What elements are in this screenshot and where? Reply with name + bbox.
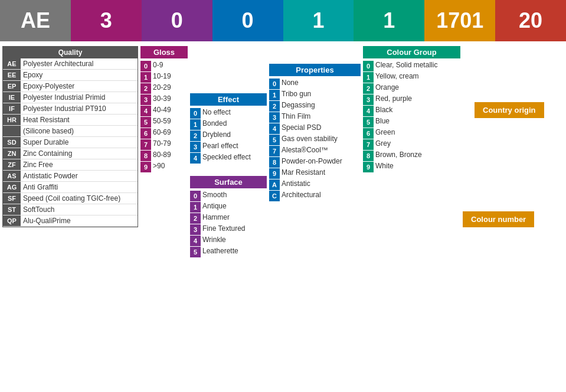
quality-row: (Silicone based) — [3, 126, 138, 137]
properties-header: Properties — [269, 64, 361, 76]
colour-group-row: 1 Yellow, cream — [363, 72, 460, 83]
header-segment: 1 — [354, 0, 424, 41]
surface-row: 0 Smooth — [190, 191, 267, 201]
quality-row: IF Polyester Industrial PT910 — [3, 103, 138, 115]
gloss-label: 70-79 — [153, 139, 171, 149]
quality-table: Quality AE Polyester Architectural EE Ep… — [2, 46, 138, 227]
gloss-num: 0 — [140, 61, 151, 71]
surface-label: Antique — [202, 202, 227, 211]
colour-group-num: 4 — [363, 106, 374, 116]
header-segment: 1701 — [424, 0, 495, 41]
colour-group-row: 5 Blue — [363, 117, 460, 128]
properties-row: 4 Special PSD — [269, 123, 361, 134]
gloss-row: 8 80-89 — [140, 151, 188, 161]
colour-group-num: 1 — [363, 72, 374, 83]
right-section: Colour number Country origin — [463, 46, 564, 392]
quality-desc: Polyester Industrial PT910 — [21, 103, 138, 114]
quality-code: HR — [3, 115, 21, 125]
effect-num: 3 — [190, 142, 201, 152]
header-segment: 0 — [212, 0, 283, 41]
header-segment: 0 — [142, 0, 212, 41]
quality-desc: Antistatic Powder — [21, 171, 138, 181]
properties-label: Thin Film — [282, 112, 310, 122]
quality-row: ZF Zinc Free — [3, 159, 138, 171]
properties-section: Properties 0 None 1 Tribo gun 2 Degassin… — [269, 46, 361, 392]
colour-group-num: 3 — [363, 94, 374, 105]
quality-code: SF — [3, 193, 21, 204]
colour-group-row: 0 Clear, Solid metallic — [363, 61, 460, 71]
colour-group-label: Brown, Bronze — [375, 151, 422, 160]
surface-num: 5 — [190, 247, 201, 257]
surface-num: 0 — [190, 191, 201, 201]
effect-num: 0 — [190, 108, 201, 119]
gloss-row: 9 >90 — [140, 162, 188, 172]
surface-row: 4 Wrinkle — [190, 236, 267, 246]
colour-group-label: Yellow, cream — [375, 72, 419, 81]
quality-code: ZN — [3, 148, 21, 159]
surface-num: 4 — [190, 236, 201, 246]
surface-label: Leatherette — [202, 247, 238, 256]
colour-group-row: 2 Orange — [363, 83, 460, 94]
gloss-num: 9 — [140, 162, 151, 172]
colour-group-row: 7 Grey — [363, 139, 460, 150]
gloss-num: 6 — [140, 128, 151, 139]
properties-row: 0 None — [269, 79, 361, 89]
effect-row: 2 Dryblend — [190, 130, 267, 141]
quality-row: EP Epoxy-Polyester — [3, 81, 138, 92]
properties-label: Degassing — [282, 101, 315, 110]
app-container: AE30011170120 Quality AE Polyester Archi… — [0, 0, 566, 392]
quality-desc: Zinc Free — [21, 159, 138, 170]
gloss-section: Gloss 0 0-9 1 10-19 2 20-29 3 30-39 4 40… — [140, 46, 188, 392]
properties-label: Alesta®Cool™ — [282, 146, 328, 155]
gloss-label: 20-29 — [153, 83, 171, 93]
gloss-num: 7 — [140, 139, 151, 150]
surface-label: Fine Textured — [202, 224, 246, 234]
effect-row: 0 No effect — [190, 108, 267, 119]
properties-num: 0 — [269, 79, 280, 89]
quality-row: AE Polyester Architectural — [3, 58, 138, 70]
quality-desc: Super Durable — [21, 137, 138, 148]
colour-group-num: 7 — [363, 139, 374, 150]
surface-label: Hammer — [202, 213, 230, 223]
colour-group-label: White — [375, 162, 394, 171]
properties-row: A Antistatic — [269, 179, 361, 190]
properties-label: Antistatic — [282, 179, 310, 189]
properties-row: 9 Mar Resistant — [269, 168, 361, 179]
quality-row: ST SoftTouch — [3, 204, 138, 215]
gloss-row: 2 20-29 — [140, 83, 188, 94]
quality-row: AS Antistatic Powder — [3, 171, 138, 182]
quality-row: SF Speed (Coil coating TGIC-free) — [3, 193, 138, 204]
gloss-num: 2 — [140, 83, 151, 94]
properties-label: Gas oven stability — [282, 135, 338, 144]
gloss-row: 1 10-19 — [140, 72, 188, 83]
properties-label: Tribo gun — [282, 90, 311, 99]
colour-group-row: 3 Red, purple — [363, 94, 460, 105]
quality-row: QP Alu-QualiPrime — [3, 215, 138, 227]
colour-group-row: 9 White — [363, 162, 460, 172]
colour-group-num: 9 — [363, 162, 374, 172]
quality-row: ZN Zinc Containing — [3, 148, 138, 159]
header-segment: 3 — [71, 0, 142, 41]
header-segment: 20 — [495, 0, 566, 41]
properties-label: Architectural — [282, 191, 321, 200]
effect-row: 4 Speckled effect — [190, 153, 267, 164]
colour-group-header: Colour Group — [363, 46, 460, 58]
colour-group-num: 2 — [363, 83, 374, 94]
header-bar: AE30011170120 — [0, 0, 566, 41]
properties-label: None — [282, 79, 299, 88]
gloss-label: 80-89 — [153, 151, 171, 160]
surface-label: Smooth — [202, 191, 227, 200]
surface-num: 1 — [190, 202, 201, 213]
gloss-label: 30-39 — [153, 94, 171, 104]
quality-row: HR Heat Resistant — [3, 115, 138, 126]
effect-num: 1 — [190, 119, 201, 130]
effect-label: Speckled effect — [202, 153, 251, 162]
main-content: Quality AE Polyester Architectural EE Ep… — [0, 41, 566, 392]
gloss-row: 6 60-69 — [140, 128, 188, 139]
header-segment: AE — [0, 0, 71, 41]
properties-label: Mar Resistant — [282, 168, 325, 178]
properties-num: 3 — [269, 112, 280, 123]
quality-code: AE — [3, 58, 21, 69]
quality-code — [3, 126, 21, 136]
gloss-row: 4 40-49 — [140, 106, 188, 116]
